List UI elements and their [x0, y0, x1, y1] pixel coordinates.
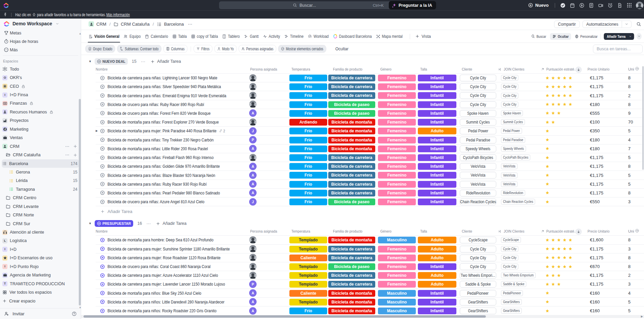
join-cliente-cell[interactable]: PedalPioneer [501, 289, 527, 297]
temperatura-pill[interactable]: Frio [289, 137, 327, 143]
cliente-cell[interactable]: GearShifters [460, 299, 496, 305]
sort-descending-badge[interactable] [575, 67, 582, 73]
rating-stars[interactable] [545, 262, 572, 271]
precio-cell[interactable]: €1,175 [590, 74, 603, 82]
cliente-cell[interactable]: Speedy Wheels [460, 145, 496, 152]
breadcrumb-more-button[interactable]: ⋯ [188, 22, 193, 27]
task-name[interactable]: Bicicleta de carretera para mujer: Azure… [108, 271, 239, 280]
task-status-icon[interactable] [100, 254, 105, 262]
precio-cell[interactable]: €1,175 [590, 82, 603, 91]
assignee-cell[interactable]: A [249, 289, 257, 297]
talla-pill[interactable]: Infantil [418, 83, 456, 90]
precio-cell[interactable]: €180 [590, 100, 600, 109]
sidebar-item-crm-levante[interactable]: CRM Levante [0, 202, 81, 211]
cliente-cell[interactable]: CycleScape [460, 237, 496, 243]
join-cliente-cell[interactable]: Pedal Paradise [501, 136, 530, 144]
assignee-cell[interactable]: P [249, 280, 257, 288]
group-more-button[interactable]: ⋯ [141, 59, 146, 64]
task-row[interactable]: Bicicleta de carretera para niñas: Fireb… [96, 153, 644, 162]
familia-pill[interactable]: Bicicleta de carretera [328, 154, 375, 161]
sidebar-item-todo[interactable]: Todo [0, 65, 81, 73]
cliente-cell[interactable]: RideRevolution [460, 190, 496, 196]
unidades-cell[interactable]: 5 [628, 298, 630, 306]
rating-stars[interactable] [545, 289, 549, 297]
task-name[interactable]: Bicicleta de carretera para mujer: Sunsh… [108, 245, 253, 253]
familia-pill[interactable]: Bicicleta de montaña [328, 299, 375, 305]
unidades-cell[interactable]: 2 [628, 91, 630, 100]
sidebar-item-metas[interactable]: Metas [0, 29, 81, 37]
sidebar-item-crm-sur[interactable]: CRM Sur [0, 219, 81, 228]
task-row[interactable]: Bicicleta de carretera para niñas: Pearl… [96, 189, 644, 197]
invite-button[interactable]: Invitar [0, 309, 81, 319]
notepad-icon[interactable] [587, 0, 596, 10]
collapse-group-icon[interactable]: ▼ [89, 222, 92, 225]
help-icon[interactable] [72, 311, 77, 316]
group-status-badge[interactable]: PRESUPUESTAR [95, 220, 133, 227]
cliente-cell[interactable]: Cycle City [460, 75, 496, 81]
join-cliente-cell[interactable]: Chain Reaction Cycles [501, 197, 542, 206]
rating-stars[interactable] [545, 254, 572, 262]
rating-stars[interactable] [545, 180, 549, 188]
task-name[interactable]: Bicicleta de montaña para niñas: Tiny Tr… [108, 136, 234, 144]
assignee-cell[interactable]: A [249, 171, 257, 179]
task-row[interactable]: Bicicleta de crucero para niñas: Coral C… [96, 262, 644, 271]
precio-cell[interactable]: €1,175 [590, 171, 603, 179]
group-add-task-button[interactable]: Añadir Tarea [150, 59, 181, 64]
precio-cell[interactable]: €350 [590, 127, 600, 135]
talla-pill[interactable]: Infantil [418, 145, 456, 152]
apps-grid-icon[interactable] [624, 0, 634, 10]
join-cliente-cell[interactable]: Cycle City [501, 91, 522, 100]
task-name[interactable]: Bicicleta de montaña para niños: Rocky R… [108, 307, 237, 315]
genero-pill[interactable]: Femenino [378, 154, 416, 161]
tab-visión-general[interactable]: Visión General [89, 30, 119, 43]
precio-cell[interactable]: €100 [590, 118, 600, 126]
task-row[interactable]: Bicicleta de carretera para niñas: Light… [96, 74, 644, 82]
tab-gantt[interactable]: Gantt [244, 30, 259, 43]
temperatura-pill[interactable]: Frio [289, 154, 327, 161]
assignee-cell[interactable] [249, 91, 257, 100]
column-header-nombre[interactable]: Nombre [96, 229, 110, 234]
sort-descending-badge[interactable] [575, 229, 582, 235]
group-more-button[interactable]: ⋯ [146, 221, 151, 226]
sidebar-item-crm-centro[interactable]: CRM Centro [0, 194, 81, 202]
temperatura-pill[interactable]: Frio [289, 75, 327, 81]
talla-pill[interactable]: Infantil [418, 110, 456, 117]
assignee-cell[interactable] [249, 236, 257, 244]
sidebar-item-crm-cataluña[interactable]: CRM Cataluña [0, 151, 81, 159]
precio-cell[interactable]: €180 [590, 136, 600, 144]
new-button[interactable]: Nuevo [528, 3, 549, 8]
talla-pill[interactable]: Infantil [418, 119, 456, 126]
toolbar-subtareas-contraer-todo[interactable]: Subtareas: Contraer todo [117, 45, 162, 53]
task-row[interactable]: Bicicleta de montaña para niñas: Tiny Tr… [96, 136, 644, 144]
item-add-button[interactable] [73, 144, 77, 149]
precio-cell[interactable]: €1,175 [590, 271, 603, 280]
column-header-genero[interactable]: Género [380, 229, 393, 234]
tab-tabla[interactable]: Tabla [172, 30, 187, 43]
familia-pill[interactable]: Bicicleta de paseo [328, 110, 375, 117]
tab-dasboard-barcelona[interactable]: Dasboard Barcelona [333, 30, 372, 43]
cliente-cell[interactable]: Pedal Paradise [460, 137, 496, 143]
assignee-cell[interactable]: J [249, 197, 257, 206]
rating-stars[interactable] [545, 271, 561, 280]
unidades-cell[interactable]: 8 [628, 100, 630, 109]
cliente-cell[interactable]: Saddle & Spoke [460, 281, 496, 288]
breadcrumb-item-barcelona[interactable]: Barcelona [157, 22, 184, 27]
familia-pill[interactable]: Bicicleta de carretera [328, 163, 375, 170]
precio-cell[interactable]: €1,175 [590, 153, 603, 162]
join-cliente-cell[interactable]: Cycle City [501, 254, 522, 262]
column-header-precio[interactable]: Precio Unitario [588, 229, 614, 234]
cliente-cell[interactable]: Spoke Haven [460, 110, 496, 117]
unidades-cell[interactable]: 5 [628, 180, 630, 188]
unidades-cell[interactable]: 7 [628, 144, 630, 153]
assignee-cell[interactable]: A [249, 307, 257, 315]
add-task-button[interactable]: Añadir Tarea [604, 33, 634, 40]
column-header-join[interactable]: JOIN Clientes [498, 67, 528, 72]
genero-pill[interactable]: Masculino [378, 308, 416, 314]
familia-pill[interactable]: Bicicleta de carretera [328, 181, 375, 188]
column-header-cliente[interactable]: Cliente [462, 229, 474, 234]
temperatura-pill[interactable]: Frio [289, 128, 327, 134]
temperatura-pill[interactable]: Frio [289, 101, 327, 108]
join-cliente-cell[interactable]: GearShifters [501, 298, 526, 306]
task-row[interactable]: Bicicleta de crucero para niñas: Ruby Ra… [96, 100, 644, 109]
toolbar-modo-yo[interactable]: Modo Yo [214, 45, 237, 53]
